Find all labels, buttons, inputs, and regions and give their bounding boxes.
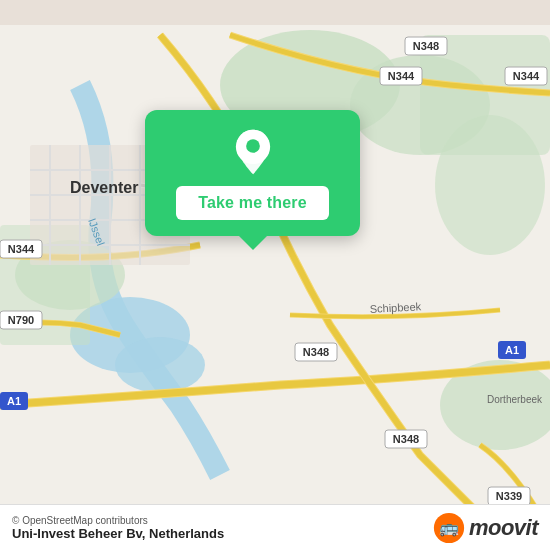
svg-text:Deventer: Deventer — [70, 179, 138, 196]
svg-text:A1: A1 — [7, 395, 21, 407]
bottom-bar: © OpenStreetMap contributors Uni-Invest … — [0, 504, 550, 550]
svg-point-5 — [115, 337, 205, 393]
location-name: Uni-Invest Beheer Bv, Netherlands — [12, 526, 224, 541]
osm-attribution: © OpenStreetMap contributors — [12, 515, 224, 526]
moovit-icon: 🚌 — [433, 512, 465, 544]
map-container: N348 N348 N348 N344 N344 N344 N790 A1 A1… — [0, 0, 550, 550]
location-card: Take me there — [145, 110, 360, 236]
map-background: N348 N348 N348 N344 N344 N344 N790 A1 A1… — [0, 0, 550, 550]
svg-text:🚌: 🚌 — [439, 518, 459, 537]
svg-text:N348: N348 — [413, 40, 439, 52]
map-pin-icon — [229, 128, 277, 176]
svg-text:N790: N790 — [8, 314, 34, 326]
svg-text:Dortherbeek: Dortherbeek — [487, 394, 543, 405]
svg-text:N348: N348 — [303, 346, 329, 358]
svg-text:N344: N344 — [513, 70, 540, 82]
svg-text:N348: N348 — [393, 433, 419, 445]
svg-text:N344: N344 — [388, 70, 415, 82]
take-me-there-button[interactable]: Take me there — [176, 186, 329, 220]
moovit-text: moovit — [469, 515, 538, 541]
bottom-info: © OpenStreetMap contributors Uni-Invest … — [12, 515, 224, 541]
svg-text:N344: N344 — [8, 243, 35, 255]
svg-text:A1: A1 — [505, 344, 519, 356]
svg-point-44 — [246, 139, 260, 153]
svg-text:N339: N339 — [496, 490, 522, 502]
svg-point-9 — [435, 115, 545, 255]
moovit-logo: 🚌 moovit — [433, 512, 538, 544]
